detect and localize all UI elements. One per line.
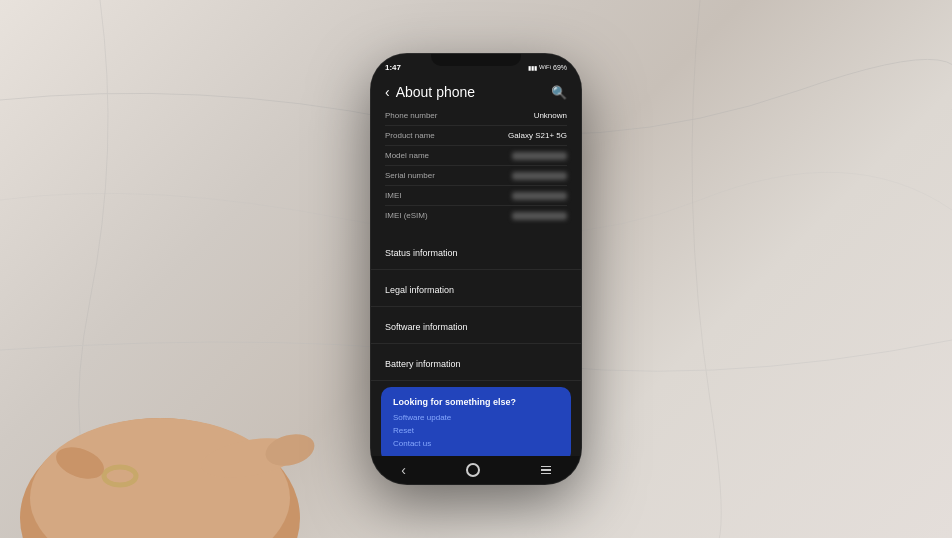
software-information-item[interactable]: Software information	[371, 307, 581, 344]
serial-number-value	[512, 172, 567, 180]
signal-icon: ▮▮▮	[528, 64, 537, 71]
status-information-label: Status information	[385, 248, 458, 258]
model-name-value	[512, 152, 567, 160]
imei-label: IMEI	[385, 191, 401, 200]
imei-esim-label: IMEI (eSIM)	[385, 211, 428, 220]
reset-link[interactable]: Reset	[393, 426, 559, 435]
battery-information-label: Battery information	[385, 359, 461, 369]
serial-number-row: Serial number	[385, 166, 567, 186]
imei-row: IMEI	[385, 186, 567, 206]
back-button[interactable]: ‹	[385, 84, 390, 100]
battery-information-item[interactable]: Battery information	[371, 344, 581, 381]
legal-information-item[interactable]: Legal information	[371, 270, 581, 307]
imei-esim-value	[512, 212, 567, 220]
software-information-label: Software information	[385, 322, 468, 332]
product-name-value: Galaxy S21+ 5G	[508, 131, 567, 140]
status-information-item[interactable]: Status information	[371, 233, 581, 270]
phone-device: 1:47 ▮▮▮ WiFi 69% ‹ About phone 🔍 Phone …	[371, 54, 581, 484]
phone-number-label: Phone number	[385, 111, 437, 120]
suggestion-card: Looking for something else? Software upd…	[381, 387, 571, 456]
serial-number-label: Serial number	[385, 171, 435, 180]
software-update-link[interactable]: Software update	[393, 413, 559, 422]
search-icon[interactable]: 🔍	[551, 85, 567, 100]
app-header: ‹ About phone 🔍	[371, 76, 581, 106]
suggestion-title: Looking for something else?	[393, 397, 559, 407]
nav-recents-button[interactable]	[541, 466, 551, 475]
nav-bar: ‹	[371, 456, 581, 484]
screen: ‹ About phone 🔍 Phone number Unknown Pro…	[371, 76, 581, 456]
info-list: Phone number Unknown Product name Galaxy…	[371, 106, 581, 225]
imei-value	[512, 192, 567, 200]
model-name-row: Model name	[385, 146, 567, 166]
nav-home-button[interactable]	[466, 463, 480, 477]
status-time: 1:47	[385, 63, 401, 72]
legal-information-label: Legal information	[385, 285, 454, 295]
contact-us-link[interactable]: Contact us	[393, 439, 559, 448]
battery-icon: 69%	[553, 64, 567, 71]
phone-notch	[431, 54, 521, 66]
nav-back-button[interactable]: ‹	[401, 462, 406, 478]
svg-point-1	[30, 418, 290, 538]
model-name-label: Model name	[385, 151, 429, 160]
page-title: About phone	[396, 84, 475, 100]
wifi-icon: WiFi	[539, 64, 551, 70]
product-name-row: Product name Galaxy S21+ 5G	[385, 126, 567, 146]
phone-number-value: Unknown	[534, 111, 567, 120]
header-left: ‹ About phone	[385, 84, 475, 100]
phone-number-row: Phone number Unknown	[385, 106, 567, 126]
menu-section: Status information Legal information Sof…	[371, 233, 581, 381]
product-name-label: Product name	[385, 131, 435, 140]
imei-esim-row: IMEI (eSIM)	[385, 206, 567, 225]
status-icons: ▮▮▮ WiFi 69%	[528, 64, 567, 71]
